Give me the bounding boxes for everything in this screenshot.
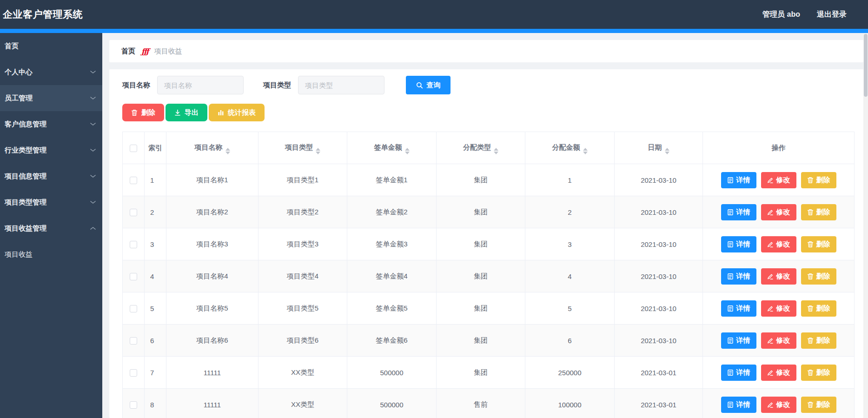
delete-row-button[interactable]: 删除 [801,172,836,188]
delete-row-button[interactable]: 删除 [801,236,836,252]
detail-button[interactable]: 详情 [721,204,756,220]
sidebar-item-7[interactable]: 项目类型管理 [0,189,102,215]
delete-row-button-label: 删除 [816,240,830,249]
breadcrumb-home[interactable]: 首页 [121,47,135,56]
column-header-3[interactable]: 项目类型 [258,132,347,164]
delete-row-button[interactable]: 删除 [801,204,836,220]
chevron-down-icon [90,200,96,204]
edit-button[interactable]: 修改 [761,300,796,317]
sidebar-item-1[interactable]: 首页 [0,33,102,59]
edit-button[interactable]: 修改 [761,365,796,381]
column-header-6[interactable]: 分配金额 [525,132,615,164]
cell-alloc-type: 集团 [437,325,525,357]
sort-caret-icon[interactable] [225,148,230,154]
sort-caret-icon[interactable] [583,148,588,154]
project-name-input[interactable] [157,76,244,94]
column-header-label: 分配类型 [463,143,491,151]
detail-button[interactable]: 详情 [721,236,756,252]
detail-button[interactable]: 详情 [721,365,756,381]
column-header-5[interactable]: 分配类型 [437,132,525,164]
download-icon [174,109,181,116]
cell-sign-amount: 签单金额2 [347,196,437,228]
sidebar-item-2[interactable]: 个人中心 [0,59,102,85]
detail-button[interactable]: 详情 [721,300,756,317]
sort-desc-icon [494,152,498,154]
delete-row-button-label: 删除 [816,304,830,313]
edit-button[interactable]: 修改 [761,332,796,349]
select-all-header[interactable] [123,132,145,164]
sort-caret-icon[interactable] [316,148,320,154]
row-checkbox[interactable] [130,209,137,216]
edit-button[interactable]: 修改 [761,172,796,188]
edit-button[interactable]: 修改 [761,268,796,285]
accent-stripe [0,29,868,33]
sidebar-item-5[interactable]: 行业类型管理 [0,137,102,163]
edit-button[interactable]: 修改 [761,236,796,252]
cell-date: 2021-03-10 [615,260,703,292]
detail-button-label: 详情 [736,176,750,185]
column-header-2[interactable]: 项目名称 [166,132,258,164]
cell-project-name: 项目名称1 [166,164,258,196]
delete-button[interactable]: 删除 [122,104,164,121]
sidebar-item-8[interactable]: 项目收益管理 [0,215,102,241]
edit-button[interactable]: 修改 [761,204,796,220]
cell-alloc-amount: 1 [525,164,615,196]
sidebar-item-label: 项目类型管理 [5,198,46,207]
edit-button-label: 修改 [776,240,790,249]
column-header-4[interactable]: 签单金额 [347,132,437,164]
scrollbar-thumb[interactable] [864,34,868,97]
breadcrumb: 首页 ƒƒƒ 项目收益 [109,40,863,62]
trash-icon [807,273,814,280]
cell-index: 8 [145,389,166,418]
detail-button[interactable]: 详情 [721,332,756,349]
select-all-checkbox[interactable] [130,145,137,152]
cell-project-name: 11111 [166,389,258,418]
sidebar-item-6[interactable]: 项目信息管理 [0,163,102,189]
delete-row-button[interactable]: 删除 [801,397,836,413]
detail-button[interactable]: 详情 [721,172,756,188]
table-row: 5项目名称5项目类型5签单金额5集团52021-03-10详情修改删除 [123,292,855,325]
export-button-label: 导出 [185,108,199,117]
detail-button[interactable]: 详情 [721,268,756,285]
cell-alloc-type: 集团 [437,196,525,228]
sidebar-item-4[interactable]: 客户信息管理 [0,111,102,137]
sort-caret-icon[interactable] [405,148,410,154]
projects-table: 索引项目名称项目类型签单金额分配类型分配金额日期操作 1项目名称1项目类型1签单… [122,132,855,418]
delete-row-button[interactable]: 删除 [801,332,836,349]
report-button[interactable]: 统计报表 [209,104,265,121]
row-checkbox[interactable] [130,369,137,377]
cell-date: 2021-03-01 [615,389,703,418]
row-checkbox[interactable] [130,337,137,345]
logout-link[interactable]: 退出登录 [817,10,847,20]
cell-index: 3 [145,228,166,260]
delete-row-button-label: 删除 [816,176,830,185]
delete-row-button[interactable]: 删除 [801,300,836,317]
row-select-cell [123,325,145,357]
pen-icon [767,241,774,248]
sidebar-item-9[interactable]: 项目收益 [0,241,102,267]
document-icon [727,209,734,216]
export-button[interactable]: 导出 [166,104,207,121]
row-checkbox[interactable] [130,401,137,409]
table-row: 2项目名称2项目类型2签单金额2集团22021-03-10详情修改删除 [123,196,855,228]
edit-button[interactable]: 修改 [761,397,796,413]
row-checkbox[interactable] [130,273,137,280]
cell-date: 2021-03-10 [615,164,703,196]
delete-row-button-label: 删除 [816,368,830,377]
row-checkbox[interactable] [130,177,137,184]
sidebar-item-3[interactable]: 员工管理 [0,85,102,111]
sidebar-item-label: 个人中心 [5,68,33,77]
delete-row-button[interactable]: 删除 [801,268,836,285]
delete-row-button[interactable]: 删除 [801,365,836,381]
row-checkbox[interactable] [130,305,137,312]
sort-caret-icon[interactable] [494,148,498,154]
sort-caret-icon[interactable] [665,148,669,154]
query-button[interactable]: 查询 [406,76,451,94]
detail-button[interactable]: 详情 [721,397,756,413]
column-header-label: 日期 [648,143,662,151]
column-header-7[interactable]: 日期 [615,132,703,164]
project-type-input[interactable] [298,76,384,94]
row-select-cell [123,357,145,389]
vertical-scrollbar[interactable] [863,33,868,418]
row-checkbox[interactable] [130,241,137,248]
